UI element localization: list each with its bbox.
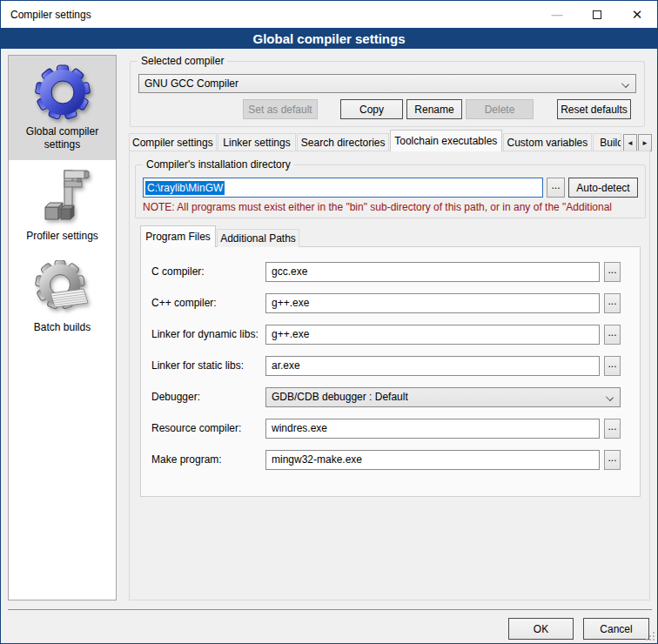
c-compiler-label: C compiler: — [151, 265, 265, 278]
debugger-row: Debugger: GDB/CDB debugger : Default — [151, 386, 621, 407]
c-compiler-input[interactable] — [265, 262, 600, 282]
content-area: Selected compiler GNU GCC Compiler Set a… — [129, 55, 652, 600]
tab-custom-variables[interactable]: Custom variables — [503, 133, 593, 151]
close-button[interactable]: ✕ — [617, 1, 657, 28]
cpp-compiler-label: C++ compiler: — [151, 297, 265, 309]
installation-directory-legend: Compiler's installation directory — [143, 158, 294, 171]
tab-program-files[interactable]: Program Files — [140, 225, 216, 247]
caliper-icon — [35, 169, 91, 225]
compiler-select[interactable]: GNU GCC Compiler — [138, 74, 636, 93]
tab-search-directories[interactable]: Search directories — [297, 133, 389, 151]
make-program-input[interactable] — [265, 450, 600, 470]
compiler-settings-dialog: Compiler settings — ✕ Global compiler se… — [0, 0, 658, 644]
linker-static-browse-button[interactable]: ... — [604, 356, 621, 376]
linker-dynamic-browse-button[interactable]: ... — [604, 325, 621, 345]
footer-divider — [8, 609, 652, 610]
program-files-panel: C compiler: ... C++ compiler: ... Linker… — [140, 246, 641, 497]
tab-toolchain-executables[interactable]: Toolchain executables — [390, 130, 502, 151]
c-compiler-browse-button[interactable]: ... — [604, 262, 621, 282]
gear-gray-papers-icon — [35, 260, 91, 316]
linker-static-row: Linker for static libs: ... — [151, 355, 621, 376]
selected-compiler-legend: Selected compiler — [138, 55, 227, 67]
settings-tab-bar: Compiler settings Linker settings Search… — [129, 130, 652, 151]
sidebar-item-profiler-settings[interactable]: Profiler settings — [9, 160, 116, 252]
cpp-compiler-input[interactable] — [265, 293, 600, 313]
installation-directory-value: C:\raylib\MinGW — [145, 181, 225, 195]
linker-dynamic-row: Linker for dynamic libs: ... — [151, 324, 621, 345]
linker-dynamic-label: Linker for dynamic libs: — [151, 328, 265, 340]
chevron-down-icon — [621, 80, 629, 88]
sidebar-item-label: Profiler settings — [23, 225, 102, 252]
tab-linker-settings[interactable]: Linker settings — [218, 133, 297, 151]
installation-directory-group: Compiler's installation directory C:\ray… — [135, 164, 646, 218]
auto-detect-button[interactable]: Auto-detect — [568, 178, 638, 198]
tab-scroll-right-button[interactable]: ► — [638, 134, 652, 151]
title-bar: Compiler settings — ✕ — [1, 1, 657, 28]
minimize-button[interactable]: — — [537, 1, 577, 28]
cancel-button[interactable]: Cancel — [583, 618, 649, 640]
reset-defaults-button[interactable]: Reset defaults — [557, 99, 631, 119]
c-compiler-row: C compiler: ... — [151, 261, 621, 282]
selected-compiler-group: Selected compiler GNU GCC Compiler Set a… — [130, 61, 645, 127]
toolchain-executables-panel: Compiler's installation directory C:\ray… — [129, 151, 650, 600]
sidebar-item-label: Batch builds — [30, 316, 94, 343]
set-as-default-button[interactable]: Set as default — [243, 99, 318, 119]
sidebar-item-global-compiler-settings[interactable]: Global compiler settings — [9, 56, 116, 160]
installation-directory-browse-button[interactable]: ... — [547, 178, 565, 198]
program-files-tab-bar: Program Files Additional Paths — [140, 226, 300, 247]
linker-static-label: Linker for static libs: — [151, 359, 265, 372]
tab-scroll-left-button[interactable]: ◄ — [623, 134, 637, 151]
debugger-select[interactable]: GDB/CDB debugger : Default — [265, 387, 621, 407]
maximize-icon — [593, 10, 601, 19]
debugger-select-value: GDB/CDB debugger : Default — [272, 391, 408, 403]
page-title: Global compiler settings — [1, 28, 657, 49]
resource-compiler-input[interactable] — [265, 419, 600, 439]
linker-static-input[interactable] — [265, 356, 600, 376]
maximize-button[interactable] — [577, 1, 617, 28]
window-controls: — ✕ — [537, 1, 657, 28]
rename-button[interactable]: Rename — [406, 99, 462, 119]
tab-build-options-truncated[interactable]: Build — [593, 133, 621, 151]
delete-button[interactable]: Delete — [466, 99, 534, 119]
gear-blue-icon — [35, 64, 91, 120]
copy-button[interactable]: Copy — [340, 99, 403, 119]
resource-compiler-label: Resource compiler: — [151, 422, 265, 434]
cpp-compiler-browse-button[interactable]: ... — [604, 293, 621, 313]
resource-compiler-row: Resource compiler: ... — [151, 418, 621, 439]
tab-compiler-settings[interactable]: Compiler settings — [129, 133, 217, 151]
linker-dynamic-input[interactable] — [265, 325, 600, 345]
settings-category-sidebar: Global compiler settings — [8, 55, 117, 600]
debugger-label: Debugger: — [151, 391, 265, 403]
chevron-down-icon — [606, 393, 614, 401]
cpp-compiler-row: C++ compiler: ... — [151, 292, 621, 313]
window-title: Compiler settings — [1, 9, 91, 21]
sidebar-item-batch-builds[interactable]: Batch builds — [9, 252, 116, 343]
compiler-select-value: GNU GCC Compiler — [144, 77, 238, 90]
tab-additional-paths[interactable]: Additional Paths — [217, 229, 299, 247]
make-program-row: Make program: ... — [151, 449, 621, 470]
installation-directory-input[interactable]: C:\raylib\MinGW — [143, 178, 543, 198]
compiler-actions: Set as default Copy Rename Delete Reset … — [131, 99, 644, 119]
bin-subdirectory-note: NOTE: All programs must exist either in … — [143, 201, 638, 213]
sidebar-item-label: Global compiler settings — [9, 120, 116, 160]
resource-compiler-browse-button[interactable]: ... — [604, 419, 621, 439]
make-program-browse-button[interactable]: ... — [604, 450, 621, 470]
make-program-label: Make program: — [151, 453, 265, 466]
resize-grip[interactable] — [646, 632, 655, 641]
ok-button[interactable]: OK — [508, 618, 574, 640]
